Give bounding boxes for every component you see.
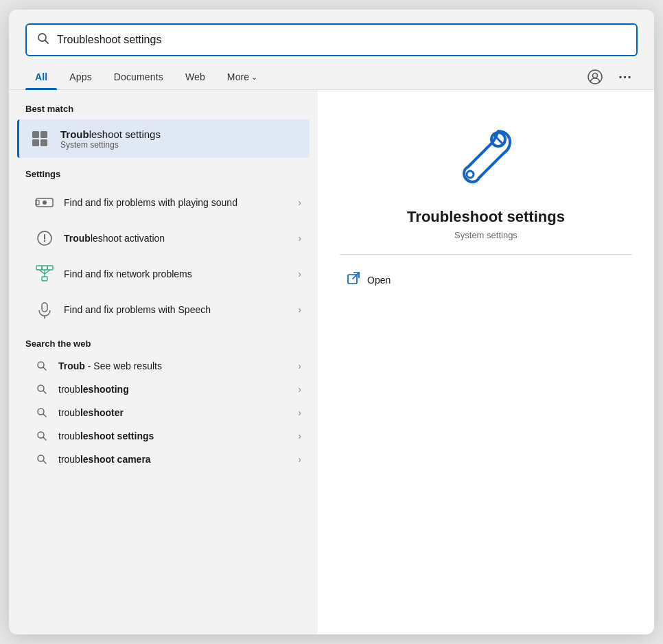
left-panel: Best match Troubleshoot settings System … <box>9 90 318 634</box>
tabs-row: All Apps Documents Web More ⌄ ··· <box>9 65 654 90</box>
ellipsis-icon: ··· <box>618 69 632 85</box>
tab-web[interactable]: Web <box>176 65 215 89</box>
web-item-label: troubleshoot camera <box>58 454 290 465</box>
right-panel: Troubleshoot settings System settings Op… <box>318 90 654 634</box>
svg-rect-7 <box>40 139 47 146</box>
best-match-item[interactable]: Troubleshoot settings System settings <box>17 119 310 158</box>
svg-point-34 <box>467 171 474 178</box>
content-area: Best match Troubleshoot settings System … <box>9 90 654 634</box>
svg-line-26 <box>43 391 46 393</box>
chevron-right-icon: › <box>298 407 301 418</box>
search-panel: All Apps Documents Web More ⌄ ··· <box>9 10 654 634</box>
web-item-label: Troub - See web results <box>58 360 290 371</box>
svg-line-37 <box>353 273 359 279</box>
svg-line-28 <box>43 414 46 417</box>
best-match-title: Troubleshoot settings <box>60 128 161 140</box>
chevron-right-icon: › <box>298 430 301 441</box>
svg-point-3 <box>593 73 598 78</box>
search-web-label: Search the web <box>9 338 318 354</box>
right-panel-subtitle: System settings <box>454 230 517 240</box>
wrench-icon <box>452 123 520 194</box>
svg-line-20 <box>45 270 50 274</box>
svg-rect-5 <box>40 131 47 138</box>
search-icon <box>34 407 50 418</box>
best-match-text: Troubleshoot settings System settings <box>60 128 161 150</box>
settings-section-label: Settings <box>9 169 318 185</box>
chevron-right-icon: › <box>298 197 301 208</box>
network-item-label: Find and fix network problems <box>64 268 290 279</box>
best-match-label: Best match <box>9 104 318 119</box>
tab-documents[interactable]: Documents <box>104 65 173 89</box>
search-icon <box>36 32 50 48</box>
web-item-label: troubleshoot settings <box>58 430 290 441</box>
open-button[interactable]: Open <box>340 267 397 292</box>
svg-rect-17 <box>42 277 47 281</box>
tab-more[interactable]: More ⌄ <box>218 65 268 89</box>
chevron-right-icon: › <box>298 233 301 244</box>
user-icon-button[interactable] <box>583 65 607 89</box>
web-item[interactable]: troubleshoot settings › <box>17 424 310 448</box>
web-item[interactable]: troubleshoot camera › <box>17 448 310 471</box>
svg-line-1 <box>45 41 49 44</box>
open-label: Open <box>367 275 391 286</box>
right-panel-divider <box>340 254 632 255</box>
svg-rect-15 <box>42 266 47 270</box>
search-bar-row <box>9 10 654 65</box>
list-item[interactable]: Troubleshoot activation › <box>17 220 310 256</box>
chevron-right-icon: › <box>298 268 301 279</box>
search-icon <box>34 430 50 441</box>
web-item[interactable]: Troub - See web results › <box>17 354 310 378</box>
svg-line-32 <box>43 461 46 463</box>
list-item[interactable]: Find and fix problems with Speech › <box>17 292 310 327</box>
svg-rect-16 <box>47 266 53 270</box>
best-match-subtitle: System settings <box>60 140 161 150</box>
speech-item-label: Find and fix problems with Speech <box>64 304 290 315</box>
chevron-down-icon: ⌄ <box>251 73 257 82</box>
svg-rect-4 <box>32 131 39 138</box>
search-icon <box>34 454 50 465</box>
svg-line-24 <box>43 367 46 370</box>
search-input[interactable] <box>57 34 627 46</box>
list-item[interactable]: Find and fix network problems › <box>17 256 310 292</box>
sound-item-label: Find and fix problems with playing sound <box>64 197 290 208</box>
list-item[interactable]: Find and fix problems with playing sound… <box>17 185 310 220</box>
chevron-right-icon: › <box>298 360 301 371</box>
svg-rect-10 <box>35 200 39 205</box>
tabs-actions: ··· <box>583 65 638 89</box>
open-external-icon <box>347 271 360 288</box>
svg-rect-21 <box>42 303 47 312</box>
network-icon <box>34 263 56 285</box>
more-options-button[interactable]: ··· <box>613 65 638 89</box>
tab-more-label: More <box>227 71 249 82</box>
web-item-label: troubleshooter <box>58 407 290 418</box>
chevron-right-icon: › <box>298 304 301 315</box>
svg-rect-14 <box>36 266 42 270</box>
svg-rect-6 <box>32 139 39 146</box>
svg-line-30 <box>43 437 46 440</box>
svg-point-9 <box>43 200 47 205</box>
svg-line-19 <box>39 270 45 274</box>
tab-all[interactable]: All <box>25 65 57 89</box>
speech-icon <box>34 299 56 321</box>
chevron-right-icon: › <box>298 454 301 465</box>
search-web-section: Search the web Troub - See web results ›… <box>9 327 318 471</box>
chevron-right-icon: › <box>298 384 301 395</box>
sound-icon <box>34 192 56 214</box>
settings-list: Settings Find and fix problems with play… <box>9 161 318 327</box>
settings-icon <box>27 126 52 151</box>
activation-icon <box>34 227 56 249</box>
tab-apps[interactable]: Apps <box>60 65 101 89</box>
search-icon <box>34 384 50 395</box>
search-bar <box>25 23 638 56</box>
web-item-label: troubleshooting <box>58 384 290 395</box>
activation-item-label: Troubleshoot activation <box>64 233 290 244</box>
right-panel-title: Troubleshoot settings <box>407 208 565 226</box>
web-item[interactable]: troubleshooting › <box>17 378 310 401</box>
web-item[interactable]: troubleshooter › <box>17 401 310 424</box>
svg-point-13 <box>44 240 45 242</box>
search-icon <box>34 360 50 371</box>
